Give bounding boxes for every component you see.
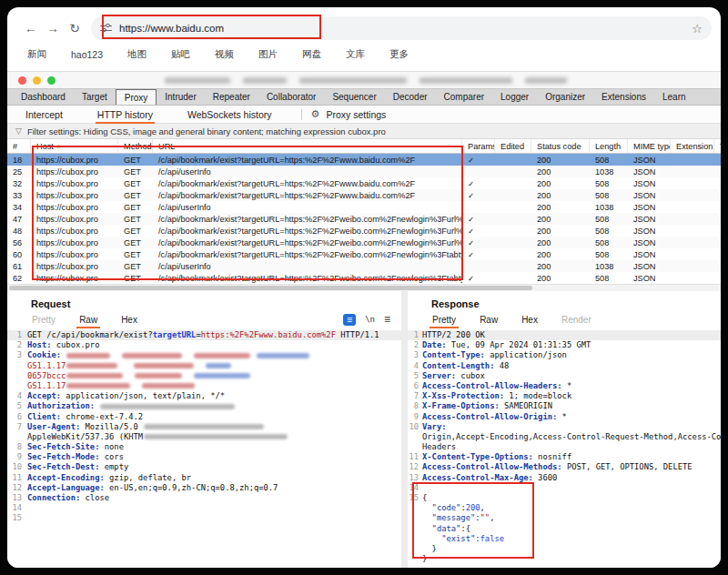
table-row[interactable]: 56https://cubox.proGET/c/api/bookmark/ex… — [7, 237, 721, 248]
minimize-window-icon[interactable] — [33, 76, 41, 85]
tab-learn[interactable]: Learn — [654, 89, 694, 105]
tab-logger[interactable]: Logger — [492, 89, 537, 105]
inspector-toggle-icon[interactable]: ☰ — [343, 314, 356, 326]
code-line: 10Vary: — [408, 422, 721, 432]
scrollbar-thumb[interactable] — [9, 286, 532, 290]
tab-intercept[interactable]: Intercept — [24, 106, 65, 123]
tab-websockets-history[interactable]: WebSockets history — [186, 106, 274, 123]
close-window-icon[interactable] — [18, 76, 26, 85]
code-line: 5Server: cubox — [408, 371, 721, 381]
redacted-value — [135, 373, 182, 378]
browser-window: ← → ↻ https://www.baidu.com ☆ 新闻hao123地图… — [7, 7, 721, 71]
line-number: 2 — [7, 340, 22, 350]
filter-bar[interactable]: ▽ Filter settings: Hiding CSS, image and… — [7, 124, 721, 139]
tab-decoder[interactable]: Decoder — [385, 89, 436, 105]
response-tab-raw[interactable]: Raw — [479, 313, 499, 327]
response-tab-render[interactable]: Render — [561, 313, 592, 327]
table-row[interactable]: 32https://cubox.proGET/c/api/bookmark/ex… — [7, 177, 721, 189]
request-raw-content[interactable]: 1GET /c/api/bookmark/exist?targetURL=htt… — [7, 328, 401, 524]
column-header-extension[interactable]: Extension — [671, 139, 714, 153]
code-line: 7X-Xss-Protection: 1; mode=block — [408, 391, 721, 401]
url-text[interactable]: https://www.baidu.com — [119, 23, 224, 34]
line-number: 7 — [408, 391, 419, 401]
tab-collaborator[interactable]: Collaborator — [258, 89, 324, 105]
gear-icon[interactable]: ⚙ — [311, 108, 320, 120]
table-row[interactable]: 60https://cubox.proGET/c/api/bookmark/ex… — [7, 248, 721, 260]
forward-icon[interactable]: → — [42, 21, 64, 35]
table-row[interactable]: 34https://cubox.proGET/c/api/userInfo200… — [7, 201, 721, 213]
bookmark-item--[interactable]: 视频 — [215, 48, 234, 61]
column-header-num[interactable]: # — [7, 139, 31, 153]
tab-organizer[interactable]: Organizer — [537, 89, 593, 105]
column-header-edited[interactable]: Edited — [495, 139, 531, 153]
column-header-t[interactable]: T — [714, 139, 721, 153]
tab-sequencer[interactable]: Sequencer — [324, 89, 384, 105]
editor-menu-icon[interactable]: ≡ — [384, 313, 390, 326]
code-line: 10Sec-Fetch-Dest: empty — [7, 462, 401, 472]
tab-dashboard[interactable]: Dashboard — [13, 89, 74, 105]
redacted-value — [206, 363, 231, 368]
code-line: 3Cookie: — [7, 350, 401, 360]
table-row[interactable]: 62https://cubox.proGET/c/api/bookmark/ex… — [7, 272, 721, 284]
response-tab-hex[interactable]: Hex — [521, 313, 539, 327]
code-line: 6Access-Control-Allow-Headers: * — [408, 381, 721, 391]
tab-comparer[interactable]: Comparer — [436, 89, 492, 105]
tab-target[interactable]: Target — [74, 89, 116, 105]
table-row[interactable]: 18https://cubox.proGET/c/api/bookmark/ex… — [7, 154, 721, 166]
tab-http-history[interactable]: HTTP history — [96, 106, 155, 123]
table-row[interactable]: 47https://cubox.proGET/c/api/bookmark/ex… — [7, 213, 721, 225]
request-tab-hex[interactable]: Hex — [120, 313, 138, 327]
filter-settings-text: Filter settings: Hiding CSS, image and g… — [27, 126, 386, 136]
site-settings-icon[interactable] — [100, 23, 112, 35]
code-line: 3Content-Type: application/json — [408, 350, 721, 360]
bookmark-star-icon[interactable]: ☆ — [692, 22, 703, 35]
column-header-mime-type[interactable]: MIME type — [628, 139, 671, 153]
bookmark-item--[interactable]: 网盘 — [302, 48, 321, 61]
zoom-window-icon[interactable] — [47, 76, 56, 85]
params-check-icon: ✓ — [462, 156, 495, 165]
tab-intruder[interactable]: Intruder — [157, 89, 204, 105]
column-header-params[interactable]: Params — [462, 139, 495, 153]
reload-icon[interactable]: ↻ — [64, 21, 86, 35]
table-row[interactable]: 25https://cubox.proGET/c/api/userInfo200… — [7, 166, 721, 177]
bookmark-item--[interactable]: 地图 — [127, 48, 147, 61]
response-pretty-content[interactable]: 1HTTP/2 200 OK2Date: Tue, 09 Apr 2024 01… — [408, 328, 721, 564]
tab-proxy-settings[interactable]: Proxy settings — [324, 106, 388, 123]
code-line: Origin,Accept-Encoding,Access-Control-Re… — [408, 432, 721, 442]
column-header-method[interactable]: Method — [118, 139, 153, 153]
panel-splitter[interactable] — [401, 291, 408, 568]
code-line: "data":{ — [408, 524, 721, 534]
code-line: 7User-Agent: Mozilla/5.0 — [7, 422, 401, 432]
response-tab-pretty[interactable]: Pretty — [431, 313, 457, 327]
column-header-host[interactable]: Host∧ — [31, 139, 118, 153]
back-icon[interactable]: ← — [20, 21, 42, 35]
tab-proxy[interactable]: Proxy — [116, 89, 157, 105]
code-line: 8X-Frame-Options: SAMEORIGIN — [408, 401, 721, 411]
show-newlines-icon[interactable]: \n — [365, 315, 375, 324]
tab-extensions[interactable]: Extensions — [593, 89, 654, 105]
column-header-length[interactable]: Length — [590, 139, 628, 153]
line-number: 12 — [7, 483, 22, 493]
tab-repeater[interactable]: Repeater — [205, 89, 258, 105]
column-header-url[interactable]: URL — [153, 139, 462, 153]
table-row[interactable]: 48https://cubox.proGET/c/api/bookmark/ex… — [7, 225, 721, 237]
request-tab-pretty[interactable]: Pretty — [31, 313, 56, 327]
code-line: 12Accept-Language: en-US,en;q=0.9,zh-CN;… — [7, 483, 401, 493]
bookmark-item-hao123[interactable]: hao123 — [71, 49, 103, 60]
table-row[interactable]: 61https://cubox.proGET/c/api/userInfo200… — [7, 260, 721, 272]
column-header-status-code[interactable]: Status code — [531, 139, 590, 153]
bookmark-item--[interactable]: 文库 — [346, 48, 365, 61]
code-line: 12Access-Control-Allow-Methods: POST, GE… — [408, 462, 721, 472]
bookmark-item--[interactable]: 图片 — [258, 48, 278, 61]
table-row[interactable]: 33https://cubox.proGET/c/api/bookmark/ex… — [7, 189, 721, 201]
address-bar[interactable]: https://www.baidu.com ☆ — [91, 16, 712, 40]
bookmark-item--[interactable]: 新闻 — [27, 48, 46, 61]
bookmark-item--[interactable]: 更多 — [389, 48, 409, 61]
code-line: } — [408, 554, 721, 564]
bookmark-item--[interactable]: 贴吧 — [171, 48, 190, 61]
traffic-lights — [18, 76, 56, 85]
request-tab-raw[interactable]: Raw — [78, 313, 98, 327]
line-number: 1 — [408, 330, 419, 340]
line-number: 6 — [7, 412, 22, 422]
redacted-value — [144, 434, 288, 439]
